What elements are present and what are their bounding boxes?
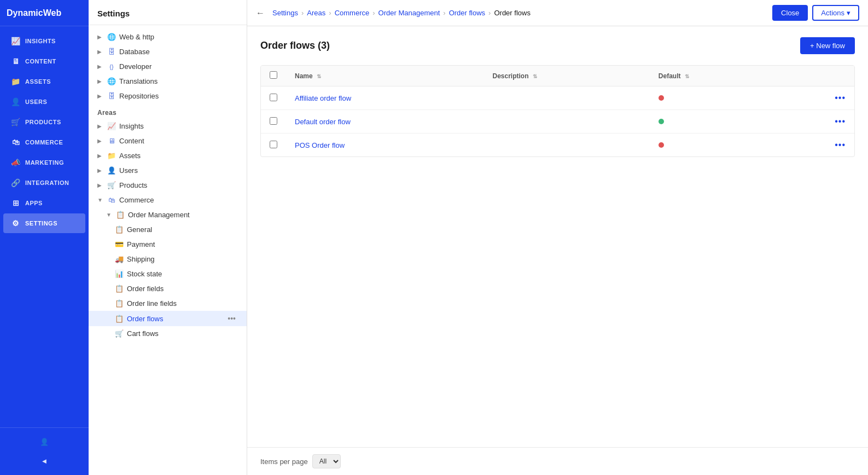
back-icon: ◄	[41, 457, 48, 465]
payment-icon: 💳	[115, 240, 124, 248]
tree-item-database[interactable]: ▶ 🗄 Database	[89, 44, 247, 59]
breadcrumb-settings[interactable]: Settings	[272, 9, 298, 17]
tree-item-cart-flows[interactable]: 🛒 Cart flows	[89, 326, 247, 341]
order-management-icon: 📋	[116, 211, 125, 219]
tree-item-developer[interactable]: ▶ {} Developer	[89, 59, 247, 74]
nav-item-marketing[interactable]: 📣 MARKETING	[3, 153, 85, 172]
tree-item-shipping-label: Shipping	[127, 255, 238, 263]
tree-item-area-users[interactable]: ▶ 👤 Users	[89, 163, 247, 178]
tree-item-translations[interactable]: ▶ 🌐 Translations	[89, 74, 247, 89]
row1-checkbox[interactable]	[270, 94, 277, 101]
account-button[interactable]: 👤	[0, 432, 89, 451]
shipping-icon: 🚚	[115, 255, 124, 263]
nav-item-integration-label: INTEGRATION	[25, 179, 69, 186]
nav-item-integration[interactable]: 🔗 INTEGRATION	[3, 173, 85, 193]
row1-checkbox-cell	[261, 86, 286, 110]
web-http-icon: 🌐	[107, 33, 116, 41]
actions-button-label: Actions	[821, 9, 844, 17]
row2-more-button[interactable]: •••	[835, 117, 846, 126]
row3-flow-name-link[interactable]: POS Order flow	[295, 141, 345, 149]
table-header-name[interactable]: Name ⇅	[286, 66, 483, 86]
nav-item-commerce[interactable]: 🛍 COMMERCE	[3, 132, 85, 152]
back-button[interactable]: ◄	[0, 451, 89, 471]
tree-item-stock-state[interactable]: 📊 Stock state	[89, 267, 247, 281]
order-flows-more-button[interactable]: •••	[225, 314, 238, 323]
nav-item-assets[interactable]: 📁 ASSETS	[3, 72, 85, 91]
items-per-page-label: Items per page	[260, 457, 308, 466]
table-header-description[interactable]: Description ⇅	[483, 66, 649, 86]
breadcrumb-order-flows-link[interactable]: Order flows	[449, 9, 485, 17]
row3-checkbox[interactable]	[270, 141, 277, 148]
breadcrumb-sep-1: ›	[301, 9, 304, 17]
default-column-label: Default	[659, 72, 681, 80]
breadcrumb-current: Order flows	[494, 9, 530, 17]
breadcrumb-areas[interactable]: Areas	[307, 9, 325, 17]
tree-item-general[interactable]: 📋 General	[89, 222, 247, 237]
tree-item-area-commerce[interactable]: ▼ 🛍 Commerce	[89, 193, 247, 207]
nav-items-list: 📈 INSIGHTS 🖥 CONTENT 📁 ASSETS 👤 USERS 🛒 …	[0, 26, 89, 427]
commerce-icon: 🛍	[11, 138, 21, 147]
row1-default	[650, 86, 779, 110]
tree-item-shipping[interactable]: 🚚 Shipping	[89, 252, 247, 267]
actions-button[interactable]: Actions ▾	[812, 5, 859, 21]
row2-status-dot	[659, 119, 664, 124]
nav-item-apps-label: APPS	[25, 200, 43, 206]
table-header-default[interactable]: Default ⇅	[650, 66, 779, 86]
areas-section-header: Areas	[89, 103, 247, 119]
row3-name[interactable]: POS Order flow	[286, 134, 483, 157]
tree-item-order-flows[interactable]: 📋 Order flows •••	[89, 311, 247, 326]
tree-item-payment[interactable]: 💳 Payment	[89, 237, 247, 252]
nav-item-products[interactable]: 🛒 PRODUCTS	[3, 112, 85, 132]
row1-more-button[interactable]: •••	[835, 93, 846, 103]
back-navigation-button[interactable]: ←	[256, 8, 265, 18]
stock-state-icon: 📊	[115, 270, 124, 278]
tree-item-repositories[interactable]: ▶ 🗄 Repositories	[89, 89, 247, 103]
chevron-right-icon: ▶	[97, 78, 104, 84]
tree-item-order-flows-label: Order flows	[127, 315, 222, 323]
nav-item-users[interactable]: 👤 USERS	[3, 92, 85, 112]
breadcrumb-commerce[interactable]: Commerce	[335, 9, 370, 17]
nav-item-insights[interactable]: 📈 INSIGHTS	[3, 31, 85, 51]
brand-logo[interactable]: DynamicWeb	[0, 0, 89, 26]
row2-checkbox[interactable]	[270, 117, 277, 125]
items-per-page-select[interactable]: All 10 25 50	[312, 454, 341, 468]
row2-name[interactable]: Default order flow	[286, 110, 483, 134]
area-products-icon: 🛒	[107, 181, 116, 189]
nav-item-settings[interactable]: ⚙ SETTINGS	[3, 213, 85, 233]
row1-flow-name-link[interactable]: Affiliate order flow	[295, 94, 351, 102]
tree-item-order-fields[interactable]: 📋 Order fields	[89, 281, 247, 296]
new-flow-button[interactable]: + New flow	[800, 37, 855, 54]
breadcrumb-sep-4: ›	[443, 9, 445, 17]
row1-name[interactable]: Affiliate order flow	[286, 86, 483, 110]
area-users-icon: 👤	[107, 166, 116, 175]
tree-item-order-line-fields[interactable]: 📋 Order line fields	[89, 296, 247, 311]
chevron-down-icon: ▼	[97, 197, 104, 203]
order-line-fields-icon: 📋	[115, 299, 124, 308]
row2-flow-name-link[interactable]: Default order flow	[295, 118, 351, 126]
tree-item-general-label: General	[127, 225, 238, 234]
row3-more-button[interactable]: •••	[835, 140, 846, 150]
close-button[interactable]: Close	[772, 5, 808, 21]
default-sort-icon: ⇅	[685, 73, 689, 79]
tree-item-order-management[interactable]: ▼ 📋 Order Management	[89, 207, 247, 222]
order-flows-table: Name ⇅ Description ⇅ Default ⇅	[261, 66, 854, 157]
chevron-right-icon: ▶	[97, 167, 104, 173]
breadcrumb-bar: ← Settings › Areas › Commerce › Order Ma…	[247, 0, 868, 26]
select-all-checkbox[interactable]	[270, 71, 277, 79]
tree-item-web-http[interactable]: ▶ 🌐 Web & http	[89, 30, 247, 44]
settings-icon: ⚙	[11, 219, 21, 228]
area-insights-icon: 📈	[107, 122, 116, 130]
row2-default	[650, 110, 779, 134]
breadcrumb-order-management[interactable]: Order Management	[378, 9, 440, 17]
row3-checkbox-cell	[261, 134, 286, 157]
tree-item-area-content[interactable]: ▶ 🖥 Content	[89, 134, 247, 148]
nav-item-content[interactable]: 🖥 CONTENT	[3, 51, 85, 71]
nav-item-apps[interactable]: ⊞ APPS	[3, 193, 85, 213]
tree-item-area-products[interactable]: ▶ 🛒 Products	[89, 178, 247, 193]
settings-panel: Settings ▶ 🌐 Web & http ▶ 🗄 Database ▶ {…	[89, 0, 247, 475]
tree-item-area-insights[interactable]: ▶ 📈 Insights	[89, 119, 247, 134]
tree-item-area-assets[interactable]: ▶ 📁 Assets	[89, 148, 247, 163]
row3-description	[483, 134, 649, 157]
tree-item-order-management-label: Order Management	[128, 211, 238, 219]
content-footer: Items per page All 10 25 50	[247, 447, 868, 475]
